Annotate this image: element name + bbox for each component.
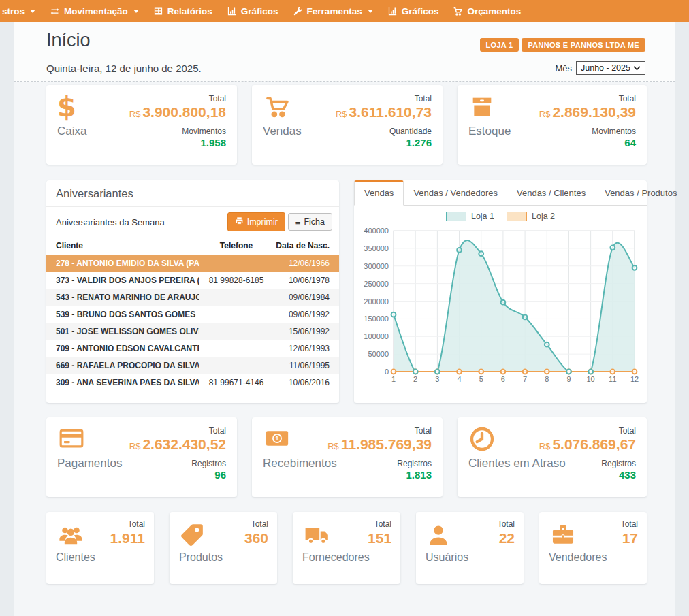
card-metrics: Total R$3.611.610,73 Quantidade 1.276 [336, 94, 432, 148]
nav-item-graficos-2[interactable]: Gráficos [387, 6, 439, 16]
cell-data: 12/06/1993 [274, 340, 330, 357]
svg-text:8: 8 [545, 375, 549, 383]
wrench-icon [293, 6, 303, 16]
birthdays-toolbar: Aniversariantes da Semana Imprimir ≡ Fic… [46, 207, 339, 237]
cell-telefone [199, 323, 274, 340]
metric-value: 1.911 [110, 530, 145, 547]
table-row[interactable]: 501 - JOSE WELISSON GOMES OLIVEIR... 15/… [46, 323, 339, 340]
cell-data: 12/06/1966 [274, 255, 330, 272]
metric-label: Total [129, 426, 226, 436]
cell-data: 09/06/1984 [274, 289, 330, 306]
card-clientes[interactable]: Total 1.911 Clientes [46, 512, 154, 584]
card-title: Clientes [56, 551, 95, 564]
metric-label: Total [368, 519, 391, 529]
card-vendedores[interactable]: Total 17 Vendedores [539, 512, 647, 584]
printer-icon [235, 216, 244, 227]
sales-area-chart: 1234567891011120500001000001500002000002… [359, 227, 641, 385]
table-row[interactable]: 543 - RENATO MARINHO DE ARAUJO (F... 09/… [46, 289, 339, 306]
metric-count: 1.958 [129, 137, 226, 148]
nav-item-ferramentas[interactable]: Ferramentas [293, 6, 373, 16]
print-button[interactable]: Imprimir [227, 212, 285, 231]
nav-item-relatorios[interactable]: Relatórios [153, 6, 212, 16]
metric-label: Total [110, 519, 145, 529]
currency-prefix: R$ [336, 109, 347, 119]
svg-text:150000: 150000 [364, 314, 389, 323]
currency-prefix: R$ [129, 109, 141, 119]
card-fornecedores[interactable]: Total 151 Fornecedores [293, 512, 400, 584]
cell-data: 15/06/1992 [274, 323, 330, 340]
metric-value: 2.632.430,52 [142, 436, 226, 452]
page-title: Início [46, 30, 91, 51]
card-metrics: Total 17 [621, 519, 638, 547]
nav-item-orcamentos[interactable]: Orçamentos [453, 6, 521, 16]
svg-text:6: 6 [501, 375, 505, 383]
table-row[interactable]: 539 - BRUNO DOS SANTOS GOMES 09/06/1992 [46, 306, 339, 323]
svg-text:7: 7 [523, 375, 527, 383]
svg-text:0: 0 [385, 368, 389, 376]
cart-icon [263, 93, 291, 123]
nav-item-graficos-1[interactable]: Gráficos [227, 6, 278, 16]
metric-count: 1.813 [327, 469, 432, 481]
company-badge[interactable]: PANNOS E PANNOS LTDA ME [522, 38, 645, 52]
card-metrics: Total 360 [244, 519, 268, 547]
cell-telefone: 81 99828-6185 [199, 272, 274, 289]
cell-telefone [199, 289, 274, 306]
metric-value: 11.985.769,39 [341, 436, 432, 452]
metric-count: 433 [539, 469, 636, 481]
metric-label: Total [327, 426, 432, 436]
card-metrics: Total R$11.985.769,39 Registros 1.813 [327, 426, 432, 481]
store-badge[interactable]: LOJA 1 [480, 38, 519, 52]
card-caixa[interactable]: $ Caixa Total R$3.900.800,18 Movimentos … [46, 85, 237, 165]
card-usuarios[interactable]: Total 22 Usuários [416, 512, 524, 584]
cell-cliente: 709 - ANTONIO EDSON CAVALCANTE D... [56, 340, 199, 357]
card-vendas[interactable]: Vendas Total R$3.611.610,73 Quantidade 1… [252, 85, 443, 165]
table-row[interactable]: 309 - ANA SEVERINA PAES DA SILVA 81 9967… [46, 374, 339, 391]
card-title: Pagamentos [57, 457, 122, 470]
nav-item-movimentacao[interactable]: Movimentação [50, 6, 139, 16]
truck-icon [302, 522, 332, 551]
table-row[interactable]: 373 - VALDIR DOS ANJOS PEREIRA (AN... 81… [46, 272, 339, 289]
metric-value: 17 [621, 530, 638, 547]
list-icon: ≡ [295, 218, 301, 227]
card-produtos[interactable]: Total 360 Produtos [170, 512, 277, 584]
tag-icon [179, 522, 205, 551]
birthdays-panel: Aniversariantes Aniversariantes da Seman… [46, 180, 339, 403]
month-label: Mês [555, 63, 572, 74]
tab-vendas-produtos[interactable]: Vendas / Produtos [595, 181, 686, 205]
metric-label: Total [336, 94, 432, 103]
metric-value: 5.076.869,67 [552, 436, 636, 452]
tab-vendas-vendedores[interactable]: Vendas / Vendedores [404, 181, 507, 205]
svg-text:350000: 350000 [364, 244, 389, 253]
table-row[interactable]: 669 - RAFAELA PROCOPIO DA SILVA CA... 11… [46, 357, 339, 374]
card-title: Fornecedores [302, 551, 370, 564]
card-metrics: Total R$2.632.430,52 Registros 96 [129, 426, 226, 481]
cell-telefone [199, 306, 274, 323]
metric-value: 2.869.130,39 [552, 104, 636, 120]
svg-text:400000: 400000 [364, 227, 389, 235]
money-icon: 1 [263, 425, 291, 454]
metric-count: 64 [539, 137, 636, 148]
card-pagamentos[interactable]: Pagamentos Total R$2.632.430,52 Registro… [46, 417, 237, 497]
nav-item-cadastros[interactable]: stros [2, 6, 35, 16]
card-estoque[interactable]: Estoque Total R$2.869.130,39 Movimentos … [458, 85, 647, 165]
tab-vendas[interactable]: Vendas [354, 180, 404, 206]
print-button-label: Imprimir [247, 217, 278, 227]
card-title: Vendas [263, 125, 302, 138]
current-date: Quinta-feira, 12 de junho de 2025. [46, 63, 202, 74]
metric-label: Total [498, 519, 515, 529]
svg-text:12: 12 [630, 375, 639, 383]
cell-cliente: 278 - ANTONIO EMIDIO DA SILVA (PALE... [56, 255, 199, 272]
svg-text:3: 3 [435, 375, 439, 383]
month-select[interactable]: Junho - 2025 [576, 61, 645, 75]
card-metrics: Total 151 [368, 519, 391, 547]
cell-data: 09/06/1992 [274, 306, 330, 323]
main-content: Início LOJA 1 PANNOS E PANNOS LTDA ME Qu… [14, 22, 675, 616]
table-row[interactable]: 278 - ANTONIO EMIDIO DA SILVA (PALE... 1… [46, 255, 339, 272]
table-row[interactable]: 709 - ANTONIO EDSON CAVALCANTE D... 12/0… [46, 340, 339, 357]
chevron-down-icon [133, 10, 139, 13]
ficha-button[interactable]: ≡ Ficha [288, 213, 332, 231]
nav-item-label: Ferramentas [307, 6, 362, 16]
tab-vendas-clientes[interactable]: Vendas / Clientes [507, 181, 595, 205]
card-clientes-em-atraso[interactable]: Clientes em Atraso Total R$5.076.869,67 … [458, 417, 647, 497]
card-recebimentos[interactable]: 1 Recebimentos Total R$11.985.769,39 Reg… [252, 417, 443, 497]
